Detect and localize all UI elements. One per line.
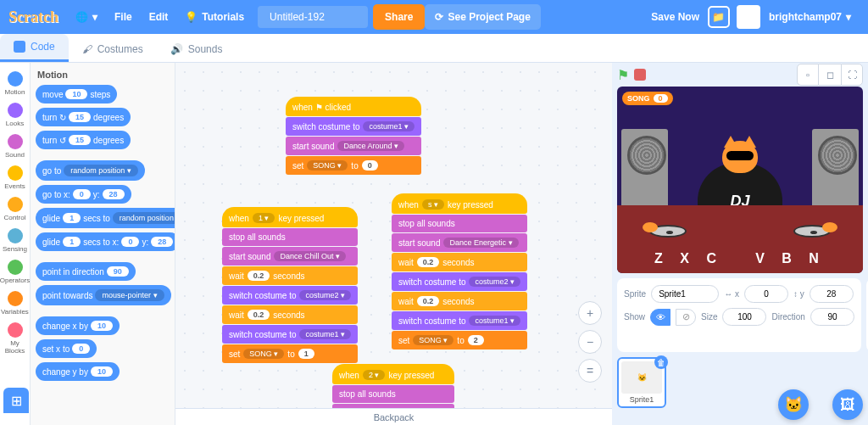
block-turn-cw[interactable]: turn ↻15degrees [36, 108, 131, 126]
file-menu[interactable]: File [106, 11, 141, 23]
block-turn-ccw[interactable]: turn ↺15degrees [36, 131, 131, 149]
backpack-drawer[interactable]: Backpack [175, 408, 612, 425]
scratch-logo[interactable]: Scratch [8, 8, 58, 26]
block-stop-sounds[interactable]: stop all sounds [392, 215, 527, 232]
block-move-steps[interactable]: move10steps [36, 85, 117, 103]
cat-motion[interactable]: Motion [0, 68, 31, 99]
block-goto[interactable]: go torandom position ▾ [36, 160, 145, 181]
cat-sensing[interactable]: Sensing [0, 225, 31, 256]
block-wait[interactable]: wait0.2seconds [222, 305, 358, 324]
my-stuff-button[interactable]: 📁 [708, 6, 730, 28]
add-sprite-button[interactable]: 🐱 [778, 389, 809, 420]
image-icon: 🖼 [840, 396, 855, 414]
cat-looks[interactable]: Looks [0, 99, 31, 131]
block-when-key-pressed[interactable]: when2 ▾key pressed [332, 364, 454, 384]
share-button[interactable]: Share [373, 4, 425, 30]
stage-hand-right [822, 222, 837, 232]
stage-key-labels: Z X CV B N [617, 251, 863, 266]
delete-sprite-button[interactable]: 🗑 [654, 355, 668, 369]
editor-tabs: Code 🖌Costumes 🔊Sounds [0, 34, 868, 63]
block-start-sound[interactable]: start soundDance Chill Out ▾ [222, 247, 358, 266]
folder-icon: 📁 [712, 11, 725, 23]
fullscreen-button[interactable]: ⛶ [841, 64, 863, 86]
sprite-name-input[interactable] [651, 285, 719, 303]
top-menubar: Scratch 🌐▾ File Edit 💡Tutorials Share ⟳S… [0, 0, 868, 34]
block-change-x[interactable]: change x by10 [36, 316, 120, 335]
zoom-reset-button[interactable]: = [578, 359, 602, 383]
script-stack-2[interactable]: when1 ▾key pressed stop all sounds start… [222, 207, 358, 364]
block-stop-sounds[interactable]: stop all sounds [332, 385, 454, 403]
cat-events[interactable]: Events [0, 162, 31, 193]
green-flag-button[interactable]: ⚑ [617, 67, 629, 83]
user-avatar[interactable] [737, 5, 760, 29]
block-switch-costume[interactable]: switch costume tocostume1 ▾ [222, 325, 358, 344]
sprite-y-input[interactable] [810, 285, 854, 303]
block-change-y[interactable]: change y by10 [36, 362, 120, 381]
zoom-out-button[interactable]: − [578, 330, 602, 354]
brush-icon: 🖌 [82, 43, 92, 55]
sprite-direction-input[interactable] [810, 308, 854, 326]
hide-sprite-button[interactable]: ⊘ [676, 309, 696, 326]
block-set-var[interactable]: setSONG ▾to1 [222, 344, 358, 363]
block-switch-costume[interactable]: switch costume tocostume1 ▾ [286, 117, 421, 136]
script-workspace[interactable]: when ⚑ clicked switch costume tocostume1… [175, 63, 612, 425]
save-now-button[interactable]: Save Now [643, 11, 708, 23]
tab-costumes[interactable]: 🖌Costumes [69, 36, 157, 62]
block-start-sound[interactable]: start soundDance Energetic ▾ [392, 233, 527, 252]
block-set-var[interactable]: setSONG ▾to2 [392, 331, 527, 350]
show-sprite-button[interactable]: 👁 [650, 309, 670, 326]
language-menu[interactable]: 🌐▾ [67, 11, 106, 23]
block-wait[interactable]: wait0.2seconds [392, 292, 527, 310]
stage-small-button[interactable]: ▫ [797, 64, 819, 86]
account-menu[interactable]: brightchamp07 ▾ [760, 11, 860, 23]
block-set-var[interactable]: setSONG ▾to0 [286, 156, 421, 175]
block-point-direction[interactable]: point in direction90 [36, 262, 136, 281]
globe-icon: 🌐 [75, 11, 88, 23]
tab-code[interactable]: Code [0, 34, 69, 62]
zoom-in-button[interactable]: + [578, 301, 602, 325]
code-icon [14, 41, 25, 53]
block-start-sound[interactable]: start soundDance Around ▾ [286, 137, 421, 155]
sound-icon: 🔊 [170, 43, 183, 55]
sprite-card-sprite1[interactable]: 🗑 🐱 Sprite1 [617, 357, 666, 408]
script-stack-1[interactable]: when ⚑ clicked switch costume tocostume1… [286, 97, 421, 176]
block-stop-sounds[interactable]: stop all sounds [222, 228, 358, 246]
cat-control[interactable]: Control [0, 193, 31, 225]
script-stack-3[interactable]: whens ▾key pressed stop all sounds start… [392, 193, 527, 350]
edit-menu[interactable]: Edit [141, 11, 177, 23]
sprite-size-input[interactable] [722, 308, 766, 326]
block-set-x[interactable]: set x to0 [36, 339, 97, 358]
sprite-list: 🗑 🐱 Sprite1 🐱 🖼 [612, 357, 868, 425]
block-point-towards[interactable]: point towardsmouse-pointer ▾ [36, 285, 171, 305]
block-wait[interactable]: wait0.2seconds [222, 266, 358, 285]
add-extension-button[interactable]: ⊞ [3, 388, 29, 413]
block-when-flag-clicked[interactable]: when ⚑ clicked [286, 97, 421, 116]
block-when-key-pressed[interactable]: when1 ▾key pressed [222, 207, 358, 227]
block-when-key-pressed[interactable]: whens ▾key pressed [392, 193, 527, 214]
cat-operators[interactable]: Operators [0, 256, 31, 288]
tab-sounds[interactable]: 🔊Sounds [157, 36, 236, 62]
add-backdrop-button[interactable]: 🖼 [832, 389, 863, 420]
block-goto-xy[interactable]: go to x:0y:28 [36, 185, 131, 204]
cat-myblocks[interactable]: My Blocks [0, 319, 31, 358]
see-project-page-button[interactable]: ⟳See Project Page [425, 4, 540, 30]
svg-rect-0 [14, 41, 25, 53]
stage-canvas[interactable]: SONG0 DJ Z X CV B N [617, 87, 863, 273]
stop-button[interactable] [634, 69, 646, 81]
block-switch-costume[interactable]: switch costume tocostume2 ▾ [222, 286, 358, 305]
block-palette[interactable]: Motion move10steps turn ↻15degrees turn … [31, 63, 175, 425]
tutorials-button[interactable]: 💡Tutorials [176, 11, 253, 23]
refresh-icon: ⟳ [435, 11, 443, 23]
block-switch-costume[interactable]: switch costume tocostume1 ▾ [392, 311, 527, 330]
cat-variables[interactable]: Variables [0, 288, 31, 319]
sprite-x-input[interactable] [744, 285, 788, 303]
block-wait[interactable]: wait0.2seconds [392, 253, 527, 271]
stage-large-button[interactable]: ◻ [819, 64, 841, 86]
block-switch-costume[interactable]: switch costume tocostume2 ▾ [392, 272, 527, 291]
project-name-input[interactable] [258, 6, 368, 28]
cat-sound[interactable]: Sound [0, 131, 31, 162]
block-glide[interactable]: glide1secs torandom position ▾ [36, 208, 175, 228]
block-glide-xy[interactable]: glide1secs to x:0y:28 [36, 232, 175, 251]
variable-monitor-song[interactable]: SONG0 [622, 92, 673, 105]
cat-icon: 🐱 [784, 395, 803, 414]
